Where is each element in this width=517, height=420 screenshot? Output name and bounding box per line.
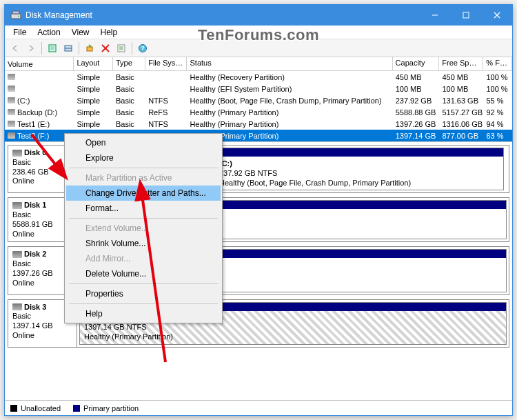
volume-row[interactable]: (C:)SimpleBasicNTFSHealthy (Boot, Page F… [5, 94, 512, 106]
ctx-mark-active: Mark Partition as Active [66, 170, 221, 186]
ctx-explore[interactable]: Explore [66, 150, 221, 166]
ctx-open[interactable]: Open [66, 135, 221, 150]
col-layout[interactable]: Layout [74, 57, 113, 70]
volume-row[interactable]: Test1 (E:)SimpleBasicNTFSHealthy (Primar… [5, 118, 512, 130]
delete-button[interactable] [98, 41, 113, 56]
disk-icon [12, 303, 22, 310]
col-percentfree[interactable]: % Free [483, 57, 512, 70]
col-freespace[interactable]: Free Space [439, 57, 483, 70]
close-button[interactable] [481, 5, 512, 26]
svg-rect-2 [12, 11, 19, 14]
window-title: Disk Management [26, 10, 419, 20]
menu-file[interactable]: File [8, 26, 32, 39]
menubar: File Action View Help [5, 26, 512, 39]
refresh-button[interactable] [45, 41, 60, 56]
drive-icon [8, 74, 15, 80]
drive-icon [8, 97, 15, 103]
disk-icon [12, 251, 22, 258]
svg-text:?: ? [141, 45, 145, 52]
ctx-delete-volume[interactable]: Delete Volume... [66, 266, 221, 281]
settings-button[interactable] [61, 41, 76, 56]
legend-primary: Primary partition [83, 404, 139, 412]
app-icon [10, 10, 21, 21]
ctx-shrink-volume[interactable]: Shrink Volume... [66, 236, 221, 251]
menu-action[interactable]: Action [32, 26, 65, 39]
col-volume[interactable]: Volume [5, 57, 74, 70]
col-filesystem[interactable]: File Syste... [145, 57, 187, 70]
drive-icon [8, 86, 15, 92]
col-status[interactable]: Status [187, 57, 392, 70]
volume-row[interactable]: SimpleBasicHealthy (EFI System Partition… [5, 83, 512, 94]
properties-button[interactable] [114, 41, 129, 56]
legend-unallocated-swatch [10, 405, 17, 412]
ctx-extend-volume: Extend Volume... [66, 221, 221, 236]
col-type[interactable]: Type [113, 57, 145, 70]
maximize-button[interactable] [450, 5, 481, 26]
volume-row[interactable]: SimpleBasicHealthy (Recovery Partition)4… [5, 71, 512, 83]
ctx-help[interactable]: Help [66, 306, 221, 321]
disk-icon [12, 202, 22, 209]
legend-unallocated: Unallocated [21, 404, 61, 412]
wizard-button[interactable] [82, 41, 97, 56]
titlebar[interactable]: Disk Management [5, 5, 512, 26]
volume-row[interactable]: Backup (D:)SimpleBasicReFSHealthy (Prima… [5, 106, 512, 118]
legend: Unallocated Primary partition [5, 400, 512, 415]
toolbar: ? [5, 39, 512, 57]
partition[interactable]: (C:)237.92 GB NTFSHealthy (Boot, Page Fi… [214, 148, 504, 190]
help-button[interactable]: ? [135, 41, 150, 56]
volume-list[interactable]: Volume Layout Type File Syste... Status … [5, 57, 512, 142]
ctx-add-mirror: Add Mirror... [66, 251, 221, 266]
drive-icon [8, 121, 15, 127]
menu-help[interactable]: Help [95, 26, 123, 39]
col-capacity[interactable]: Capacity [393, 57, 440, 70]
ctx-properties[interactable]: Properties [66, 286, 221, 301]
svg-point-1 [18, 16, 19, 17]
ctx-change-drive-letter[interactable]: Change Drive Letter and Paths... [66, 186, 221, 201]
disk-icon [12, 150, 22, 157]
svg-rect-11 [87, 47, 92, 51]
ctx-format[interactable]: Format... [66, 201, 221, 216]
drive-icon [8, 132, 15, 139]
forward-button [23, 41, 39, 56]
menu-view[interactable]: View [66, 26, 95, 39]
svg-rect-4 [463, 12, 469, 18]
svg-rect-8 [50, 46, 54, 50]
back-button [8, 41, 23, 56]
context-menu: Open Explore Mark Partition as Active Ch… [64, 133, 223, 323]
volume-header[interactable]: Volume Layout Type File Syste... Status … [5, 57, 512, 71]
legend-primary-swatch [73, 405, 80, 412]
drive-icon [8, 109, 15, 115]
minimize-button[interactable] [419, 5, 450, 26]
